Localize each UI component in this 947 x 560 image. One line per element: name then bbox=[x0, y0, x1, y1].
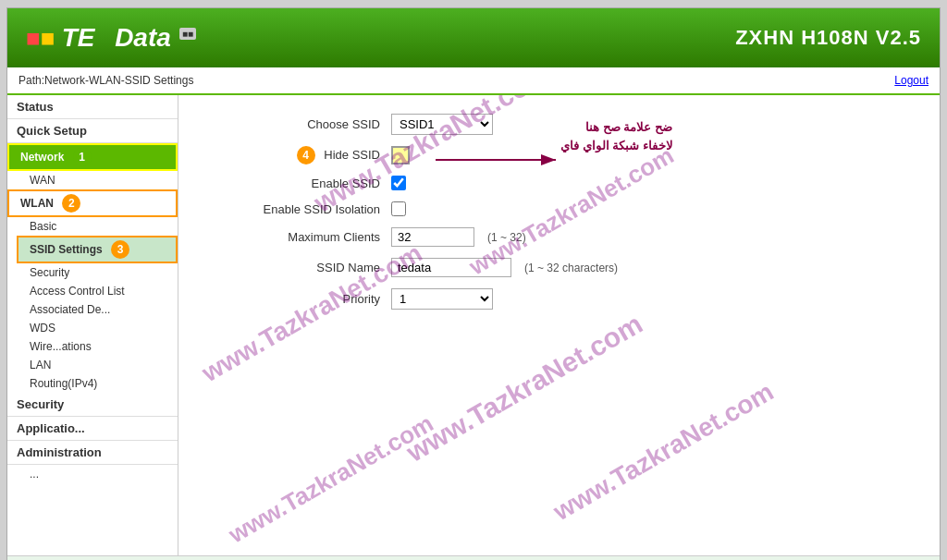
sidebar-section-administration[interactable]: Administration bbox=[7, 441, 178, 465]
ssid-name-hint: (1 ~ 32 characters) bbox=[524, 262, 618, 274]
ssid-badge: 3 bbox=[111, 240, 129, 259]
sidebar-item-ssid-settings[interactable]: SSID Settings 3 bbox=[17, 236, 178, 263]
ssid-name-row: SSID Name (1 ~ 32 characters) bbox=[206, 258, 912, 277]
ssid-name-label: SSID Name bbox=[206, 261, 391, 274]
enable-ssid-isolation-row: Enable SSID Isolation bbox=[206, 201, 912, 216]
enable-ssid-isolation-control bbox=[391, 201, 406, 216]
breadcrumb: Path:Network-WLAN-SSID Settings bbox=[18, 74, 193, 87]
hide-ssid-checkbox[interactable] bbox=[391, 146, 410, 164]
sidebar-item-wds[interactable]: WDS bbox=[7, 319, 178, 337]
priority-control: 1 2 3 4 5 6 7 bbox=[391, 288, 493, 310]
sidebar-item-other[interactable]: ... bbox=[7, 465, 178, 483]
choose-ssid-label: Choose SSID bbox=[206, 117, 391, 131]
watermark-6: www.TazkraNet.com bbox=[224, 409, 438, 550]
max-clients-label: Maximum Clients bbox=[206, 230, 391, 244]
sidebar-section-security[interactable]: Security bbox=[7, 393, 178, 417]
max-clients-input[interactable] bbox=[391, 227, 474, 247]
hide-ssid-badge: 4 bbox=[297, 146, 315, 164]
priority-select[interactable]: 1 2 3 4 5 6 7 bbox=[391, 288, 493, 310]
enable-ssid-checkbox[interactable] bbox=[391, 176, 406, 190]
sidebar-item-network[interactable]: Network 1 bbox=[7, 143, 178, 171]
enable-ssid-control bbox=[391, 176, 406, 190]
logo: ■■ TE Data ■■ bbox=[26, 23, 196, 53]
network-badge: 1 bbox=[73, 148, 92, 166]
sidebar: Status Quick Setup Network 1 WAN WLAN 2 … bbox=[7, 95, 178, 555]
sidebar-item-wlan[interactable]: WLAN 2 bbox=[7, 189, 178, 217]
choose-ssid-row: Choose SSID SSID1 SSID2 SSID3 SSID4 bbox=[206, 114, 912, 135]
enable-ssid-isolation-label: Enable SSID Isolation bbox=[206, 202, 391, 216]
watermark-4: www.TazkraNet.com bbox=[401, 308, 648, 469]
logo-data: Data bbox=[115, 23, 171, 52]
max-clients-row: Maximum Clients (1 ~ 32) bbox=[206, 227, 912, 247]
annotation-text: ضح علامة صح هنا لاخفاء شبكة الواي فاي bbox=[560, 118, 672, 154]
hide-ssid-label: 4 Hide SSID bbox=[206, 146, 391, 164]
sidebar-item-wan[interactable]: WAN bbox=[7, 171, 178, 189]
sidebar-section-application[interactable]: Applicatio... bbox=[7, 417, 178, 441]
content-area: www.TazkraNet.com www.TazkraNet.com www.… bbox=[178, 95, 940, 555]
ssid-name-input[interactable] bbox=[391, 258, 511, 277]
header-title: ZXHN H108N V2.5 bbox=[735, 26, 921, 50]
sidebar-item-wireless[interactable]: Wire...ations bbox=[7, 337, 178, 356]
hide-ssid-row: 4 Hide SSID bbox=[206, 146, 912, 164]
wlan-badge: 2 bbox=[62, 194, 80, 213]
navbar: Path:Network-WLAN-SSID Settings Logout bbox=[7, 67, 940, 95]
max-clients-hint: (1 ~ 32) bbox=[487, 231, 526, 244]
choose-ssid-control: SSID1 SSID2 SSID3 SSID4 bbox=[391, 114, 493, 135]
sidebar-item-associated[interactable]: Associated De... bbox=[7, 300, 178, 319]
choose-ssid-select[interactable]: SSID1 SSID2 SSID3 SSID4 bbox=[391, 114, 493, 135]
watermark-5: www.TazkraNet.com bbox=[548, 377, 779, 527]
footer: ? Help bbox=[7, 555, 940, 560]
enable-ssid-isolation-checkbox[interactable] bbox=[391, 201, 406, 216]
sidebar-item-basic[interactable]: Basic bbox=[7, 217, 178, 236]
enable-ssid-label: Enable SSID bbox=[206, 177, 391, 190]
priority-label: Priority bbox=[206, 292, 391, 306]
sidebar-item-acl[interactable]: Access Control List bbox=[7, 282, 178, 300]
sidebar-section-status[interactable]: Status bbox=[7, 95, 178, 119]
ssid-name-control: (1 ~ 32 characters) bbox=[391, 258, 618, 277]
priority-row: Priority 1 2 3 4 5 6 7 bbox=[206, 288, 912, 310]
max-clients-control: (1 ~ 32) bbox=[391, 227, 526, 247]
sidebar-item-security[interactable]: Security bbox=[7, 263, 178, 282]
logo-te: TE bbox=[62, 23, 95, 52]
hide-ssid-control: ضح علامة صح هنا لاخفاء شبكة الواي فاي bbox=[391, 146, 417, 164]
logout-link[interactable]: Logout bbox=[894, 74, 929, 87]
sidebar-item-lan[interactable]: LAN bbox=[7, 356, 178, 374]
sidebar-item-routing[interactable]: Routing(IPv4) bbox=[7, 374, 178, 393]
header: ■■ TE Data ■■ ZXHN H108N V2.5 bbox=[7, 8, 940, 67]
sidebar-section-quicksetup[interactable]: Quick Setup bbox=[7, 119, 178, 143]
